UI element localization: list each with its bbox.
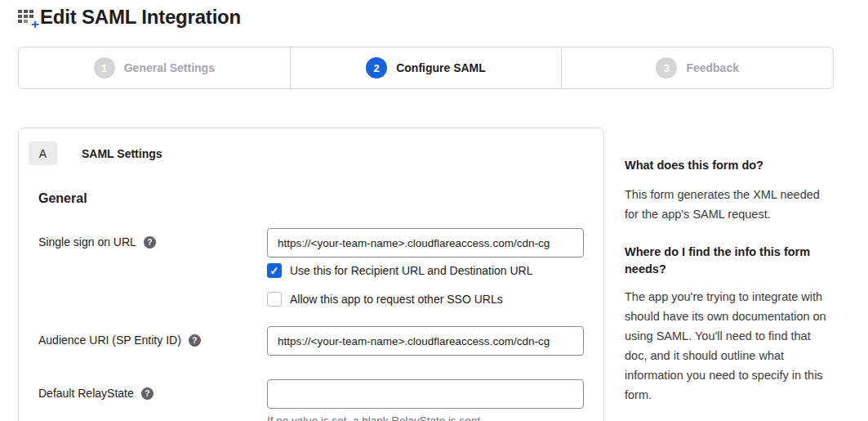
field-label: Default RelayState ? <box>38 379 267 421</box>
sidebar-answer-1: This form generates the XML needed for t… <box>625 185 831 224</box>
field-label: Single sign on URL ? <box>38 228 267 258</box>
main-content: A SAML Settings General Single sign on U… <box>18 128 834 421</box>
plus-icon: + <box>31 17 39 31</box>
step-configure-saml[interactable]: 2 Configure SAML <box>290 47 562 88</box>
recipient-url-checkbox-label[interactable]: Use this for Recipient URL and Destinati… <box>290 264 533 277</box>
step-1-number: 1 <box>94 57 115 78</box>
recipient-url-checkbox[interactable]: ✓ <box>267 263 282 278</box>
sidebar-answer-2: The app you're trying to integrate with … <box>625 287 831 405</box>
saml-settings-panel: A SAML Settings General Single sign on U… <box>18 128 604 421</box>
step-feedback[interactable]: 3 Feedback <box>561 47 833 88</box>
relaystate-label: Default RelayState <box>38 387 134 400</box>
help-icon[interactable]: ? <box>141 387 154 400</box>
relaystate-input[interactable] <box>267 379 584 409</box>
field-control <box>267 326 584 356</box>
step-3-label: Feedback <box>686 61 739 74</box>
other-sso-urls-checkbox-label[interactable]: Allow this app to request other SSO URLs <box>290 293 503 306</box>
page-title: Edit SAML Integration <box>40 5 241 29</box>
help-sidebar: What does this form do? This form genera… <box>625 128 831 405</box>
audience-uri-input[interactable] <box>267 326 584 356</box>
field-audience-uri: Audience URI (SP Entity ID) ? <box>38 326 584 356</box>
section-badge-a: A <box>29 141 57 165</box>
help-icon[interactable]: ? <box>144 236 156 249</box>
recipient-url-checkbox-row: ✓ Use this for Recipient URL and Destina… <box>267 263 584 278</box>
field-single-sign-on-url: Single sign on URL ? <box>38 228 584 258</box>
sso-url-label: Single sign on URL <box>38 235 136 249</box>
sidebar-question-2: Where do I find the info this form needs… <box>625 244 831 278</box>
sso-url-input[interactable] <box>267 228 584 258</box>
sidebar-question-1: What does this form do? <box>625 157 831 174</box>
page-header: + Edit SAML Integration <box>18 5 834 29</box>
audience-uri-label: Audience URI (SP Entity ID) <box>38 334 181 347</box>
step-2-number: 2 <box>366 57 387 78</box>
other-sso-urls-checkbox-row: Allow this app to request other SSO URLs <box>267 292 584 307</box>
general-group-title: General <box>38 191 584 206</box>
field-default-relaystate: Default RelayState ? If no value is set,… <box>38 379 584 421</box>
field-control: If no value is set, a blank RelayState i… <box>267 379 584 421</box>
section-title: SAML Settings <box>82 147 162 160</box>
step-3-number: 3 <box>656 57 677 78</box>
section-header: A SAML Settings <box>29 141 584 165</box>
relaystate-helper-text: If no value is set, a blank RelayState i… <box>267 414 584 421</box>
field-control <box>267 228 584 258</box>
step-1-label: General Settings <box>124 61 215 74</box>
step-general-settings[interactable]: 1 General Settings <box>19 47 290 88</box>
other-sso-urls-checkbox[interactable] <box>267 292 282 307</box>
help-icon[interactable]: ? <box>189 334 201 347</box>
page: + Edit SAML Integration 1 General Settin… <box>0 0 868 421</box>
add-app-grid-icon: + <box>18 8 36 26</box>
field-label: Audience URI (SP Entity ID) ? <box>38 326 267 356</box>
wizard-stepper: 1 General Settings 2 Configure SAML 3 Fe… <box>18 47 834 89</box>
step-2-label: Configure SAML <box>396 61 486 74</box>
